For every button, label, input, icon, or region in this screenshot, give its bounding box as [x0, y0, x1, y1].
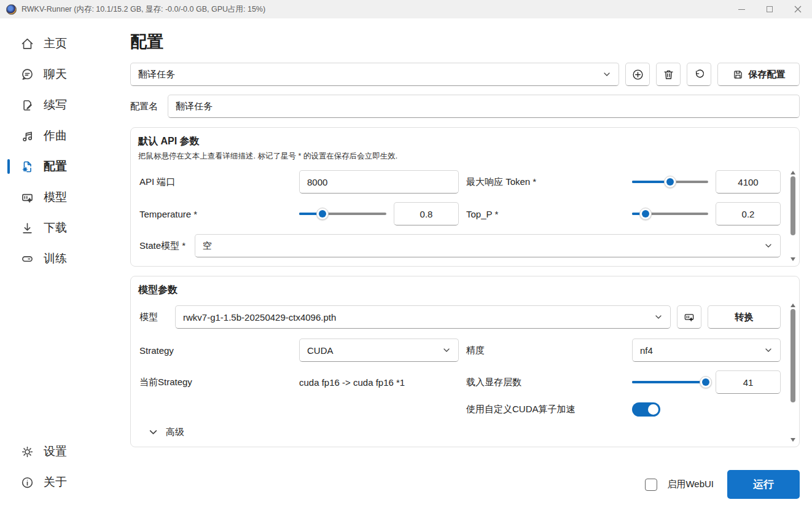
- chat-icon: [20, 67, 34, 82]
- current-strategy-value: cuda fp16 -> cuda fp16 *1: [299, 377, 465, 388]
- advanced-toggle[interactable]: 高级: [138, 426, 781, 438]
- chevron-down-icon: [148, 427, 158, 437]
- models-icon: [20, 190, 34, 205]
- api-port-input[interactable]: 8000: [299, 170, 459, 194]
- delete-config-button[interactable]: [656, 63, 681, 86]
- convert-button[interactable]: 转换: [708, 305, 781, 329]
- sidebar-item-completion[interactable]: 续写: [0, 90, 117, 120]
- sidebar-item-train[interactable]: 训练: [0, 243, 117, 274]
- run-button[interactable]: 运行: [727, 470, 800, 499]
- state-model-value: 空: [203, 240, 212, 252]
- trash-icon: [662, 68, 675, 81]
- slider-thumb[interactable]: [639, 208, 652, 220]
- slider-thumb[interactable]: [700, 376, 712, 388]
- strategy-select[interactable]: CUDA: [299, 339, 459, 362]
- gpu-layers-input[interactable]: 41: [716, 370, 781, 394]
- chevron-down-icon: [442, 346, 451, 354]
- sidebar-item-settings[interactable]: 设置: [0, 436, 117, 467]
- max-token-value: 4100: [738, 177, 758, 187]
- config-preset-select[interactable]: 翻译任务: [130, 63, 619, 86]
- top-p-input[interactable]: 0.2: [716, 202, 781, 225]
- chevron-down-icon: [764, 241, 773, 250]
- model-card-scrollbar[interactable]: [789, 303, 797, 442]
- temperature-label: Temperature *: [138, 209, 299, 219]
- api-params-card: 默认 API 参数 把鼠标悬停在文本上查看详细描述. 标记了星号 * 的设置在保…: [130, 127, 800, 267]
- save-config-button[interactable]: 保存配置: [717, 63, 800, 86]
- chevron-down-icon: [654, 313, 663, 321]
- sidebar-item-models[interactable]: 模型: [0, 182, 117, 213]
- config-name-row: 配置名 翻译任务: [130, 95, 800, 118]
- gpu-layers-slider[interactable]: [632, 376, 708, 388]
- convert-label: 转换: [735, 311, 754, 323]
- max-token-label: 最大响应 Token *: [465, 176, 632, 188]
- sidebar-item-configs[interactable]: 配置: [0, 151, 117, 182]
- top-p-slider[interactable]: [632, 208, 708, 220]
- maximize-button[interactable]: [755, 0, 784, 18]
- plus-circle-icon: [631, 68, 644, 81]
- api-card-scrollbar[interactable]: [789, 171, 797, 261]
- enable-webui-checkbox[interactable]: [645, 479, 657, 491]
- sidebar-item-label: 续写: [44, 97, 67, 113]
- current-strategy-label: 当前Strategy: [138, 377, 299, 388]
- sidebar-item-home[interactable]: 主页: [0, 28, 117, 59]
- footer-bar: 启用WebUI 运行: [130, 464, 800, 499]
- precision-select[interactable]: nf4: [632, 339, 781, 362]
- compose-icon: [20, 98, 34, 112]
- close-icon: [794, 6, 802, 13]
- model-label: 模型: [138, 311, 175, 323]
- slider-thumb[interactable]: [316, 208, 329, 220]
- scroll-up-icon[interactable]: [791, 303, 795, 307]
- sidebar-item-about[interactable]: 关于: [0, 467, 117, 498]
- config-icon: [20, 159, 34, 174]
- sidebar-item-composition[interactable]: 作曲: [0, 120, 117, 151]
- chevron-down-icon: [603, 70, 611, 79]
- maximize-icon: [767, 6, 773, 12]
- gpu-layers-value: 41: [743, 377, 754, 388]
- gpu-layers-label: 载入显存层数: [465, 377, 632, 388]
- model-manage-icon: [683, 311, 695, 323]
- scroll-down-icon[interactable]: [791, 438, 795, 442]
- sidebar-item-label: 聊天: [44, 66, 67, 82]
- model-value: rwkv7-g1-1.5b-20250429-ctx4096.pth: [183, 312, 336, 323]
- sidebar-item-downloads[interactable]: 下载: [0, 213, 117, 243]
- scroll-down-icon[interactable]: [791, 257, 795, 261]
- train-icon: [20, 251, 34, 266]
- scrollbar-thumb[interactable]: [791, 309, 795, 402]
- window-controls: [727, 0, 812, 18]
- precision-label: 精度: [465, 345, 632, 356]
- api-port-label: API 端口: [138, 176, 299, 188]
- config-name-input[interactable]: 翻译任务: [168, 95, 800, 118]
- custom-cuda-toggle[interactable]: [632, 402, 660, 417]
- state-model-select[interactable]: 空: [195, 234, 781, 257]
- manage-models-button[interactable]: [677, 305, 701, 329]
- close-button[interactable]: [784, 0, 812, 18]
- sidebar-item-label: 关于: [44, 474, 67, 490]
- add-config-button[interactable]: [625, 63, 650, 86]
- api-section-subtitle: 把鼠标悬停在文本上查看详细描述. 标记了星号 * 的设置在保存后会立即生效.: [138, 151, 781, 162]
- sidebar: 主页 聊天 续写 作曲: [0, 18, 117, 505]
- scroll-up-icon[interactable]: [791, 171, 795, 174]
- model-row: 模型 rwkv7-g1-1.5b-20250429-ctx4096.pth 转换: [138, 305, 781, 329]
- temperature-input[interactable]: 0.8: [394, 202, 459, 225]
- download-icon: [20, 221, 34, 235]
- model-section-title: 模型参数: [138, 284, 781, 297]
- max-token-input[interactable]: 4100: [716, 170, 781, 194]
- slider-thumb[interactable]: [664, 176, 676, 188]
- minimize-button[interactable]: [727, 0, 755, 18]
- sidebar-item-chat[interactable]: 聊天: [0, 59, 117, 90]
- scrollbar-thumb[interactable]: [791, 176, 795, 235]
- app-logo-icon: [6, 4, 17, 15]
- undo-icon: [693, 68, 706, 81]
- state-model-label: State模型 *: [138, 240, 195, 252]
- settings-icon: [20, 444, 34, 459]
- sidebar-item-label: 主页: [44, 36, 67, 52]
- main-content: 配置 翻译任务 保存配置: [117, 18, 812, 505]
- music-icon: [20, 128, 34, 143]
- model-params-card: 模型参数 模型 rwkv7-g1-1.5b-20250429-ctx4096.p…: [130, 276, 800, 447]
- model-select[interactable]: rwkv7-g1-1.5b-20250429-ctx4096.pth: [175, 305, 671, 329]
- max-token-slider[interactable]: [632, 176, 708, 188]
- save-config-label: 保存配置: [749, 69, 786, 80]
- temperature-value: 0.8: [420, 209, 433, 219]
- reset-config-button[interactable]: [687, 63, 711, 86]
- temperature-slider[interactable]: [299, 208, 386, 220]
